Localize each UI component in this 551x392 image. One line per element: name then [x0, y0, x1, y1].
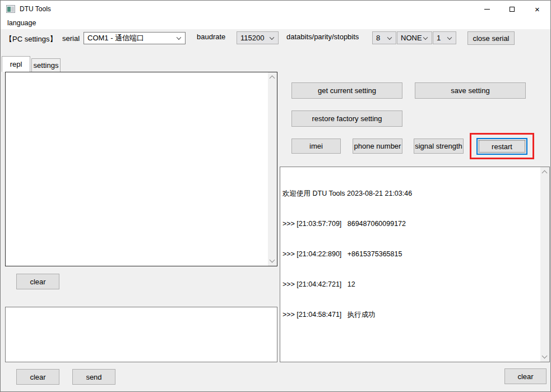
baudrate-value: 115200 [240, 34, 264, 42]
app-icon-pane [11, 7, 14, 12]
log-line: >>> [21:04:22:890] +8615375365815 [283, 249, 540, 259]
minimize-icon [484, 9, 490, 10]
stopbits-select[interactable]: 1 [433, 31, 456, 44]
databits-parity-stopbits-label: databits/parity/stopbits [286, 33, 359, 41]
menu-bar: language [1, 17, 550, 29]
save-setting-button[interactable]: save setting [415, 82, 526, 99]
imei-button[interactable]: imei [291, 139, 341, 154]
clear-output-button[interactable]: clear [16, 274, 59, 289]
pc-settings-label: 【PC settings】 [5, 34, 57, 44]
parity-value: NONE [401, 34, 422, 42]
databits-select[interactable]: 8 [372, 31, 396, 44]
log-lines: 欢迎使用 DTU Tools 2023-08-21 21:03:46 >>> [… [280, 167, 540, 362]
close-button[interactable]: × [525, 1, 550, 17]
send-button[interactable]: send [72, 369, 115, 385]
databits-value: 8 [376, 34, 380, 42]
app-icon [6, 5, 15, 13]
baudrate-select[interactable]: 115200 [237, 31, 279, 44]
signal-strength-button[interactable]: signal strength [414, 139, 464, 154]
scroll-down-icon[interactable] [542, 353, 548, 359]
scroll-down-icon[interactable] [270, 257, 275, 263]
app-icon-pane [7, 7, 11, 12]
log-scrollbar[interactable] [540, 167, 549, 362]
stopbits-value: 1 [437, 34, 441, 42]
get-current-setting-button[interactable]: get current setting [291, 82, 402, 99]
log-panel[interactable]: 欢迎使用 DTU Tools 2023-08-21 21:03:46 >>> [… [280, 167, 550, 362]
close-serial-button[interactable]: close serial [467, 31, 515, 45]
log-line: >>> [21:03:57:709] 869487060099172 [283, 219, 540, 229]
chevron-down-icon [270, 35, 274, 39]
parity-select[interactable]: NONE [397, 31, 432, 44]
log-line: >>> [21:04:58:471] 执行成功 [283, 310, 540, 320]
serial-port-select[interactable]: COM1 - 通信端口 [84, 32, 186, 44]
menu-item-language[interactable]: language [5, 17, 38, 29]
app-window: DTU Tools × language 【PC settings】 seria… [0, 0, 551, 392]
tab-repl[interactable]: repl [2, 56, 30, 72]
maximize-icon [510, 7, 515, 12]
chevron-down-icon [423, 35, 428, 39]
repl-output-area[interactable] [5, 72, 277, 266]
clear-input-button[interactable]: clear [16, 369, 59, 385]
chevron-down-icon [447, 35, 452, 39]
baudrate-label: baudrate [197, 33, 225, 41]
log-line: >>> [21:04:42:721] 12 [283, 279, 540, 289]
scroll-up-icon[interactable] [270, 76, 275, 81]
tab-settings[interactable]: settings [31, 58, 61, 72]
restore-factory-setting-button[interactable]: restore factory setting [291, 110, 402, 127]
serial-label: serial [62, 34, 80, 43]
title-bar: DTU Tools × [1, 1, 550, 17]
chevron-down-icon [177, 35, 181, 40]
close-icon: × [535, 5, 540, 13]
log-line: 欢迎使用 DTU Tools 2023-08-21 21:03:46 [283, 188, 540, 199]
window-title: DTU Tools [20, 1, 51, 17]
phone-number-button[interactable]: phone number [353, 139, 402, 154]
clear-log-button[interactable]: clear [504, 368, 547, 384]
minimize-button[interactable] [474, 1, 499, 17]
repl-input-area[interactable] [5, 307, 277, 362]
chevron-down-icon [387, 35, 392, 39]
maximize-button[interactable] [499, 1, 525, 17]
repl-output-scrollbar[interactable] [268, 72, 277, 266]
restart-button[interactable]: restart [476, 138, 527, 155]
scroll-up-icon[interactable] [542, 170, 548, 176]
serial-port-value: COM1 - 通信端口 [87, 33, 144, 43]
